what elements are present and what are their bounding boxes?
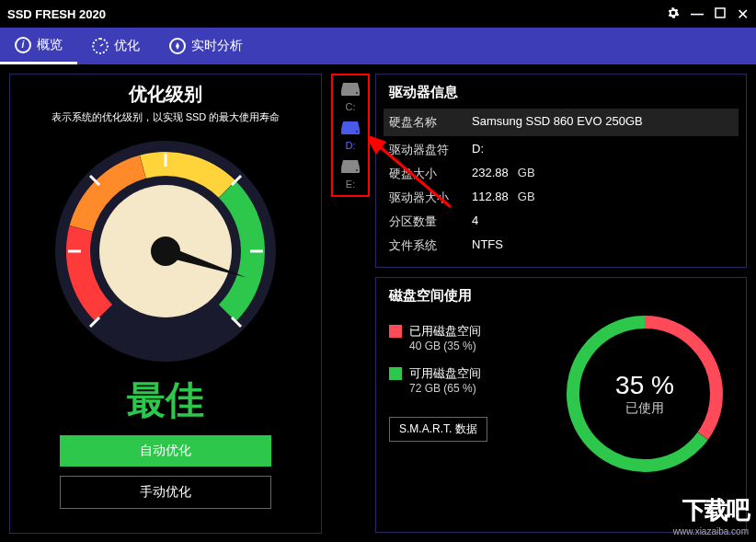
svg-marker-2 [176,42,179,50]
drive-item-d[interactable]: D: [339,118,361,153]
info-row-filesystem: 文件系统 NTFS [389,234,733,258]
info-value: 232.88 [472,166,509,182]
tab-optimize[interactable]: 优化 [77,28,155,64]
drive-item-e[interactable]: E: [339,156,361,191]
svg-point-19 [356,92,358,94]
window-controls: — ✕ [667,6,749,23]
drive-icon [339,81,361,98]
drive-info-title: 驱动器信息 [389,84,733,101]
info-key: 分区数量 [389,213,472,230]
legend-detail: 40 GB (35 %) [409,340,481,352]
swatch-free-icon [389,367,402,380]
donut-center: 35 % 已使用 [615,371,674,417]
tab-overview[interactable]: i 概览 [0,28,77,64]
legend-label: 可用磁盘空间 [409,365,481,382]
left-panel: 优化级别 表示系统的优化级别，以实现 SSD 的最大使用寿命 [0,64,331,542]
info-icon: i [15,37,31,53]
optimization-gauge [46,132,285,371]
disk-usage-panel: 磁盘空间使用 已用磁盘空间 40 GB (35 %) 可用磁盘空间 72 GB … [375,277,747,533]
tabbar: i 概览 优化 实时分析 [0,28,756,64]
optimization-desc: 表示系统的优化级别，以实现 SSD 的最大使用寿命 [17,110,314,124]
app-title: SSD FRESH 2020 [7,7,667,21]
info-value: 112.88 [472,190,509,206]
tab-optimize-label: 优化 [114,38,140,54]
close-icon[interactable]: ✕ [737,6,749,23]
info-key: 文件系统 [389,237,472,254]
info-row-drive-size: 驱动器大小 112.88 GB [389,186,733,210]
drive-item-c[interactable]: C: [339,79,361,114]
legend-detail: 72 GB (65 %) [409,382,481,395]
settings-gear-icon[interactable] [667,6,680,22]
info-value: NTFS [472,237,503,254]
tab-realtime[interactable]: 实时分析 [155,28,258,64]
optimization-title: 优化级别 [17,82,314,107]
swatch-used-icon [389,325,402,338]
donut-label: 已使用 [615,400,674,417]
minimize-icon[interactable]: — [691,6,704,21]
svg-point-10 [151,236,180,266]
drive-selector-highlight: C: D: E: [331,74,370,197]
drive-info-panel: 驱动器信息 硬盘名称 Samsung SSD 860 EVO 250GB 驱动器… [375,74,747,268]
info-row-partitions: 分区数量 4 [389,210,733,234]
disk-usage-title: 磁盘空间使用 [389,287,733,305]
drive-selector: C: D: E: [331,64,370,542]
info-key: 驱动器盘符 [389,142,472,158]
info-value: 4 [472,213,478,230]
drive-label: C: [339,101,361,112]
svg-rect-0 [716,8,725,17]
right-panel: 驱动器信息 硬盘名称 Samsung SSD 860 EVO 250GB 驱动器… [370,64,756,542]
titlebar: SSD FRESH 2020 — ✕ [0,0,756,28]
info-unit: GB [518,166,535,182]
info-row-disk-size: 硬盘大小 232.88 GB [389,162,733,186]
info-value: D: [472,142,484,158]
svg-point-21 [356,131,358,133]
info-key: 硬盘名称 [389,114,472,131]
auto-optimize-button[interactable]: 自动优化 [60,435,271,467]
info-row-letter: 驱动器盘符 D: [389,138,733,162]
info-key: 硬盘大小 [389,166,472,182]
maximize-icon[interactable] [715,6,726,21]
tab-realtime-label: 实时分析 [191,38,243,54]
drive-icon [339,120,361,136]
manual-optimize-button[interactable]: 手动优化 [60,476,271,509]
svg-point-23 [356,169,358,171]
smart-data-button[interactable]: S.M.A.R.T. 数据 [389,417,487,442]
tab-overview-label: 概览 [37,37,63,53]
drive-label: E: [339,179,361,190]
compass-icon [169,38,186,54]
drive-label: D: [339,140,361,151]
info-row-name: 硬盘名称 Samsung SSD 860 EVO 250GB [384,109,739,136]
optimization-panel: 优化级别 表示系统的优化级别，以实现 SSD 的最大使用寿命 [9,74,322,534]
info-key: 驱动器大小 [389,190,472,206]
donut-percent: 35 % [615,371,674,400]
drive-icon [339,158,361,175]
legend-label: 已用磁盘空间 [409,323,481,340]
disk-usage-donut: 35 % 已使用 [562,311,727,477]
svg-line-1 [100,44,103,46]
gauge-icon [92,38,109,54]
info-unit: GB [518,190,535,206]
optimization-status: 最佳 [17,375,314,426]
info-value: Samsung SSD 860 EVO 250GB [472,114,643,131]
